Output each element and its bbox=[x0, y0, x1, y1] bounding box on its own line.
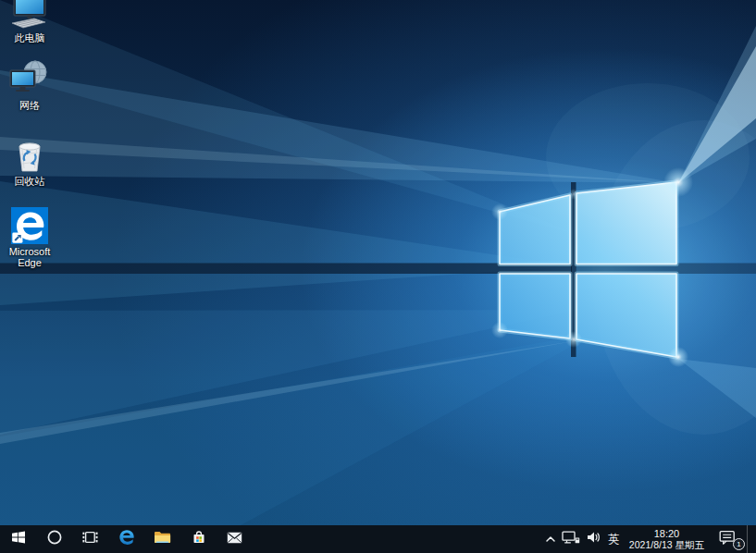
desktop-icon-this-pc[interactable]: 此电脑 bbox=[1, 0, 58, 43]
system-tray: 英 18:20 2021/8/13 星期五 1 bbox=[542, 525, 756, 553]
desktop-wallpaper bbox=[0, 0, 756, 525]
this-pc-icon bbox=[9, 0, 50, 31]
desktop-icon-label: 网络 bbox=[19, 100, 40, 111]
clock-time: 18:20 bbox=[654, 528, 680, 539]
desktop-icon-network[interactable]: 网络 bbox=[1, 59, 58, 111]
cortana-search-button[interactable] bbox=[36, 525, 72, 553]
start-windows-icon bbox=[11, 530, 26, 548]
store-bag-icon bbox=[192, 530, 206, 548]
cortana-circle-icon bbox=[46, 529, 63, 549]
volume-speaker-icon bbox=[586, 531, 601, 547]
file-explorer-button[interactable] bbox=[144, 525, 180, 553]
chevron-up-icon bbox=[545, 531, 556, 547]
hero-wallpaper-art bbox=[0, 0, 756, 525]
network-icon bbox=[8, 59, 51, 98]
taskbar-buttons bbox=[0, 525, 253, 553]
start-button[interactable] bbox=[0, 525, 36, 553]
desktop-icon-microsoft-edge[interactable]: Microsoft Edge bbox=[1, 207, 58, 268]
edge-taskbar-button[interactable] bbox=[108, 525, 144, 553]
show-hidden-icons-button[interactable] bbox=[542, 525, 559, 553]
language-indicator[interactable]: 英 bbox=[604, 525, 624, 553]
volume-tray-button[interactable] bbox=[583, 525, 604, 553]
edge-tile-icon bbox=[11, 207, 48, 244]
clock-date: 2021/8/13 星期五 bbox=[629, 539, 704, 550]
desktop-icon-label: Microsoft Edge bbox=[1, 246, 58, 268]
task-view-icon bbox=[82, 530, 98, 548]
mail-button[interactable] bbox=[217, 525, 253, 553]
desktop-icon-recycle-bin[interactable]: 回收站 bbox=[1, 135, 58, 187]
edge-e-icon bbox=[118, 529, 135, 549]
clock[interactable]: 18:20 2021/8/13 星期五 bbox=[624, 525, 710, 553]
store-button[interactable] bbox=[180, 525, 217, 553]
network-tray-button[interactable] bbox=[559, 525, 583, 553]
recycle-bin-icon bbox=[10, 135, 49, 174]
task-view-button[interactable] bbox=[72, 525, 108, 553]
notification-count-badge: 1 bbox=[733, 538, 745, 550]
mail-envelope-icon bbox=[227, 531, 242, 547]
windows-desktop: 此电脑 网络 bbox=[0, 0, 756, 553]
action-center-button[interactable]: 1 bbox=[710, 525, 747, 553]
ethernet-network-icon bbox=[562, 531, 580, 548]
taskbar: 英 18:20 2021/8/13 星期五 1 bbox=[0, 525, 756, 553]
show-desktop-strip[interactable] bbox=[747, 525, 756, 553]
desktop-icon-label: 回收站 bbox=[15, 176, 45, 187]
folder-icon bbox=[154, 530, 171, 548]
desktop-icon-label: 此电脑 bbox=[15, 32, 45, 43]
